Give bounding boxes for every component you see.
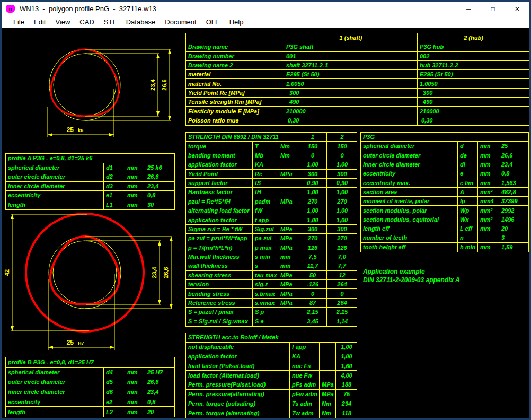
dim-label-outer: 26,6 [163,267,169,278]
menu-item-ole[interactable]: OLE [201,18,225,26]
table-cell: STRENGTH DIN 6892 / DIN 32711 [186,133,298,141]
table-cell: spherical diameter [6,368,104,377]
table-cell: L eff [458,224,478,233]
table-cell: P3G [361,133,528,141]
cad-canvas[interactable]: 23,4 26,6 25 k6 profile A P3G - e= [2,28,529,418]
table-cell: 0 [298,289,327,298]
application-note-line2: DIN 32711-2-2009-03 appendix A [363,276,460,284]
table-cell: n [458,233,478,242]
table-cell: profile A P3G - e=0,8, d1=25 k6 [6,154,174,163]
table-cell: nue Fw [290,371,320,380]
dim-label-inner: 23,4 [151,266,157,278]
table-cell: mm³ [478,206,499,214]
table-cell: Tw adm [290,408,320,418]
table-cell: not displaceable [186,343,290,352]
profile-a-table: profile A P3G - e=0,8, d1=25 k6spherical… [5,153,175,210]
table-cell: MPa [278,197,298,206]
table-cell: eccentricity max. [361,178,458,187]
table-cell: hub 32711-2-2 [418,61,529,69]
table-cell: mm [478,142,499,150]
table-cell: 30 [145,200,174,210]
table-cell: fS [253,179,278,187]
dim-label-hub-outer: 42 [4,269,10,276]
table-cell: MPa [278,299,298,307]
table-cell: 0,90 [327,179,357,187]
table-cell: Poisson ratio mue [186,116,284,125]
table-cell: mm [125,377,145,387]
table-cell: spherical diameter [6,163,104,172]
table-cell: inner circle diameter [6,182,104,191]
table-cell: 1,00 [336,343,357,352]
table-cell: mm [478,178,499,187]
menu-item-database[interactable]: Database [121,18,161,26]
p3g-profile-hub [50,237,119,304]
table-cell: tension [186,280,253,288]
table-cell: MPa [278,289,298,298]
dim-label-width: 25 [67,339,74,346]
window-title: WN13 - polygon profile PnG - 32711e.w13 [20,5,156,13]
table-cell: mm [125,397,145,407]
menu-item-edit[interactable]: Edit [29,18,50,26]
table-cell: shaft 32711-2-1 [284,61,418,69]
table-cell [278,317,298,326]
table-cell: alternating load factor [186,206,253,215]
table-cell: 1,00 [327,215,357,224]
table-cell: pa zul = pzul*fW*fapp [186,234,253,242]
table-cell: e [458,169,478,178]
profile-b-table: profile B P3G - e=0,8, d1=25 H7spherical… [5,357,175,417]
table-cell [320,352,336,361]
table-cell: 1,14 [327,317,357,326]
table-cell: Re [253,170,278,178]
table-cell: -126 [298,280,327,288]
p3g-profile-shaft [51,49,119,116]
dimension-inner-diameter: 23,4 [85,54,160,116]
table-cell: Ip [458,197,478,205]
table-cell: 11,7 [298,261,327,270]
table-cell: 75 [336,390,357,399]
table-cell: 188 [336,380,357,389]
maximize-button[interactable]: □ [481,2,505,16]
table-cell: Perm. torque (alternating) [186,408,290,418]
close-button[interactable]: ✕ [505,2,529,16]
table-cell: 0,8 [145,397,174,407]
menu-item-document[interactable]: Document [160,18,201,26]
table-cell: MPa [278,280,298,288]
table-cell: 7,0 [327,252,357,261]
table-cell: 1496 [499,215,528,224]
table-cell: 26,6 [145,172,174,181]
table-cell: 1 (shaft) [284,33,418,42]
table-cell: 26,6 [145,377,174,387]
table-cell: P3G hub [418,42,529,51]
table-cell: mm [278,252,298,261]
table-cell: MPa [320,390,336,399]
menu-item-view[interactable]: View [50,18,75,26]
table-cell: Drawing name [186,42,284,51]
table-cell: Drawing name 2 [186,61,284,69]
table-cell: 210000 [418,107,529,115]
table-cell: L2 [104,407,125,417]
table-cell: d [458,142,478,150]
table-cell: 0,30 [418,116,529,125]
minimize-button[interactable]: ─ [456,2,481,16]
table-cell: 270 [327,197,357,206]
dimension-inner-diameter: 23,4 [86,241,161,304]
table-cell: mm [125,200,145,210]
menu-item-stl[interactable]: STL [99,18,121,26]
menu-item-cad[interactable]: CAD [75,18,99,26]
table-cell: 1,00 [298,188,327,196]
app-icon[interactable]: n [6,5,15,13]
table-cell: Nm [320,399,336,408]
table-cell: mm³ [478,215,499,224]
table-cell: 25 H7 [145,368,174,377]
table-cell: e lim [458,178,478,187]
table-cell: 1,00 [298,160,327,169]
table-cell: di [458,160,478,169]
dim-label-width: 25 [67,126,74,134]
table-cell: 87 [298,299,327,307]
menu-item-help[interactable]: Help [225,18,249,26]
menu-item-file[interactable]: File [8,18,29,26]
table-cell: s min [253,252,278,261]
table-cell: mm [278,261,298,270]
dimension-spherical-diameter: 25 H7 [48,274,114,350]
info-table: 1 (shaft)2 (hub)Drawing nameP3G shaftP3G… [185,33,529,126]
